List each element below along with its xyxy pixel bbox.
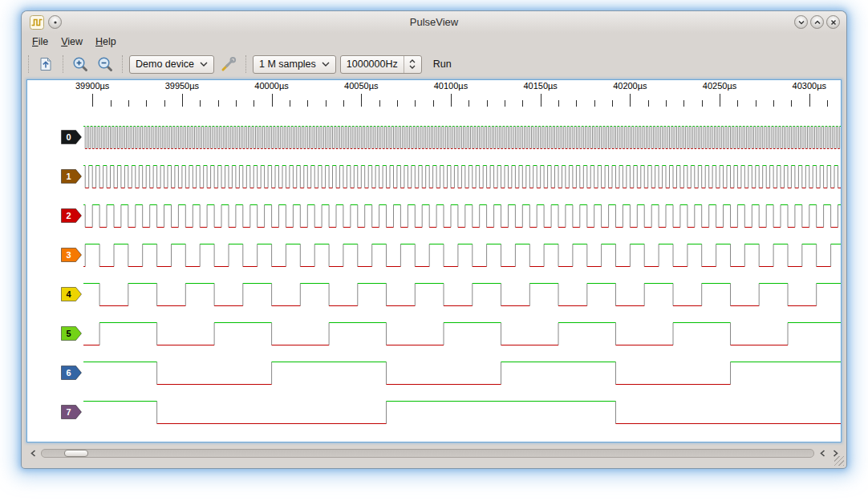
ruler-time-label: 39900µs	[75, 81, 109, 91]
spin-arrows	[404, 56, 416, 73]
ruler-time-label: 40150µs	[523, 81, 557, 91]
trace-channel-2	[85, 205, 838, 228]
app-icon	[30, 15, 44, 30]
chevron-down-icon	[200, 62, 208, 67]
pulseview-window: PulseView File View Help	[22, 11, 846, 468]
trace-channel-4	[99, 284, 817, 306]
toolbar: Demo device 1 M samples 1000000Hz Run	[22, 51, 846, 78]
probe-config-button[interactable]	[218, 54, 239, 75]
svg-text:4: 4	[66, 289, 71, 299]
channel-tag-4[interactable]: 4	[61, 287, 82, 301]
svg-text:3: 3	[66, 250, 71, 260]
toolbar-handle	[28, 55, 29, 73]
minimize-icon	[797, 18, 805, 26]
trace-channel-5	[99, 323, 788, 345]
window-title: PulseView	[410, 16, 458, 28]
horizontal-scrollbar	[26, 447, 842, 459]
sample-count-select[interactable]: 1 M samples	[253, 55, 336, 74]
close-icon	[829, 18, 838, 26]
sample-rate-spinbox[interactable]: 1000000Hz	[340, 55, 422, 74]
sample-rate-value: 1000000Hz	[347, 59, 398, 70]
trace-channel-0	[85, 127, 839, 149]
menu-file[interactable]: File	[26, 34, 55, 49]
logic-traces	[27, 80, 841, 442]
svg-text:2: 2	[66, 211, 71, 220]
ruler-time-label: 40250µs	[703, 81, 736, 91]
ruler-time-label: 39950µs	[165, 81, 199, 91]
chevron-left-icon	[30, 450, 36, 457]
close-button[interactable]	[826, 15, 840, 29]
zoom-in-icon	[71, 55, 89, 73]
toolbar-separator	[122, 55, 123, 73]
scroll-left-button-secondary[interactable]	[816, 448, 829, 459]
channel-tag-6[interactable]: 6	[61, 366, 82, 380]
resize-grip[interactable]	[834, 456, 844, 466]
svg-text:5: 5	[66, 329, 71, 338]
trace-channel-1	[85, 166, 838, 188]
scrollbar-handle[interactable]	[64, 450, 88, 457]
open-file-button[interactable]	[35, 54, 56, 75]
spin-down-icon[interactable]	[409, 65, 416, 69]
trace-channel-7	[157, 402, 616, 424]
trace-view[interactable]: 39900µs39950µs40000µs40050µs40100µs40150…	[26, 79, 842, 442]
trace-channel-6	[157, 362, 731, 385]
ruler-time-label: 40100µs	[434, 81, 468, 91]
svg-text:1: 1	[66, 172, 71, 181]
channel-tag-0[interactable]: 0	[61, 130, 82, 144]
sample-count-value: 1 M samples	[259, 59, 316, 70]
spin-up-icon[interactable]	[409, 59, 416, 63]
trace-channel-3	[85, 244, 830, 267]
toolbar-separator	[63, 55, 63, 73]
menu-help[interactable]: Help	[89, 34, 123, 49]
channel-tag-2[interactable]: 2	[61, 208, 82, 223]
channel-tag-5[interactable]: 5	[61, 326, 82, 341]
maximize-button[interactable]	[810, 15, 824, 29]
ruler-time-label: 40050µs	[344, 81, 378, 91]
svg-text:0: 0	[66, 132, 71, 142]
scrollbar-track[interactable]	[41, 449, 814, 458]
chevron-down-icon	[322, 62, 330, 67]
channel-tag-1[interactable]: 1	[61, 169, 82, 184]
svg-text:6: 6	[66, 368, 71, 378]
open-file-icon	[38, 56, 54, 72]
ruler-time-label: 40200µs	[613, 81, 647, 91]
window-menu-button[interactable]	[48, 15, 62, 29]
svg-text:7: 7	[66, 407, 71, 417]
ruler-time-label: 40300µs	[793, 81, 826, 91]
menu-view[interactable]: View	[55, 34, 89, 49]
titlebar[interactable]: PulseView	[22, 11, 846, 33]
scroll-left-button[interactable]	[26, 448, 39, 459]
device-select[interactable]: Demo device	[129, 55, 214, 74]
window-menu-icon	[51, 18, 59, 26]
channel-tag-3[interactable]: 3	[61, 248, 82, 262]
zoom-out-icon	[96, 55, 114, 73]
toolbar-separator	[245, 55, 246, 73]
zoom-in-button[interactable]	[70, 54, 91, 75]
run-button[interactable]: Run	[426, 56, 459, 72]
maximize-icon	[813, 18, 821, 26]
minimize-button[interactable]	[794, 15, 808, 29]
probe-config-icon	[220, 55, 237, 73]
menubar: File View Help	[22, 33, 846, 51]
zoom-out-button[interactable]	[95, 54, 116, 75]
chevron-left-icon	[820, 450, 825, 457]
ruler-time-label: 40000µs	[254, 81, 288, 91]
device-select-value: Demo device	[136, 59, 194, 70]
channel-tag-7[interactable]: 7	[61, 405, 82, 419]
